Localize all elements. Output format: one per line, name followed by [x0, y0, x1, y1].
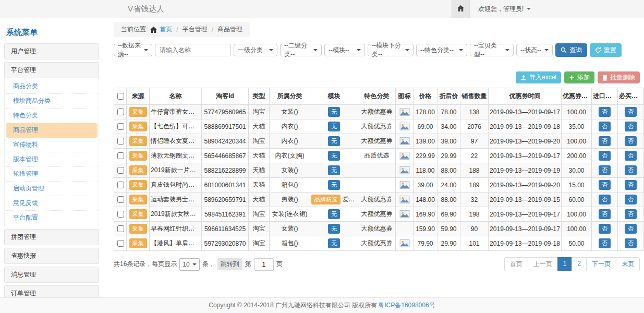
page-button[interactable]: 首页: [504, 257, 528, 271]
row-checkbox[interactable]: [117, 152, 124, 159]
page-button[interactable]: 下一页: [586, 257, 616, 271]
sidebar-group-heading[interactable]: 拼团管理: [4, 229, 99, 245]
home-button[interactable]: [452, 0, 470, 18]
trash-icon: [602, 75, 607, 81]
filter-data-source[interactable]: --数据来源--: [114, 44, 152, 56]
add-button[interactable]: 添加: [564, 71, 594, 83]
row-checkbox[interactable]: [117, 196, 124, 203]
must-buy-toggle[interactable]: 否: [625, 195, 637, 204]
row-checkbox[interactable]: [117, 182, 124, 188]
icon-cell: [396, 105, 414, 119]
sidebar-group-heading[interactable]: 省惠快报: [4, 248, 99, 264]
import-excel-button[interactable]: 导入excel: [516, 71, 561, 83]
coupon-time: 2019-09-13—2019-09-17: [489, 149, 562, 163]
row-checkbox[interactable]: [117, 211, 124, 218]
sidebar-subitem[interactable]: 平台配置: [6, 211, 98, 225]
imported-toggle[interactable]: 否: [599, 136, 611, 146]
select-value: --宝贝类型--: [474, 41, 503, 59]
sidebar-subitem[interactable]: 版本管理: [6, 152, 98, 167]
breadcrumb-home-link[interactable]: 首页: [160, 25, 172, 34]
discount-price: 88.00: [438, 192, 460, 207]
image-icon: [399, 196, 410, 203]
product-name[interactable]: 牛仔背带裤女秋装减龄...: [150, 105, 202, 119]
jump-button[interactable]: 跳转到: [217, 258, 242, 270]
product-name[interactable]: 早春网红针织外套女春...: [150, 222, 202, 236]
must-buy-toggle[interactable]: 否: [625, 136, 637, 146]
product-name[interactable]: 真皮钱包时尚优雅女士...: [150, 178, 202, 192]
sidebar-subitem[interactable]: 轮播管理: [6, 167, 98, 182]
imported-toggle[interactable]: 否: [599, 107, 611, 117]
reset-button[interactable]: 重置: [590, 43, 622, 57]
page-button[interactable]: 上一页: [528, 257, 558, 271]
filter-module-sub-category[interactable]: --模块下分类--: [368, 44, 414, 56]
product-name[interactable]: 【港风】单肩斜跨链条...: [150, 236, 202, 251]
per-page-select[interactable]: 10: [179, 258, 199, 271]
filter-module[interactable]: --模块--: [324, 44, 365, 56]
coupon-amount: 35.00: [562, 119, 592, 134]
sidebar-group-heading[interactable]: 平台管理: [4, 62, 99, 78]
row-checkbox[interactable]: [117, 167, 124, 174]
sidebar-group: 消息管理: [4, 267, 99, 283]
must-buy-toggle[interactable]: 否: [625, 151, 637, 161]
select-all-checkbox[interactable]: [117, 93, 124, 100]
row-checkbox[interactable]: [117, 109, 124, 115]
filter-name-input[interactable]: [155, 44, 231, 56]
row-checkbox[interactable]: [117, 240, 124, 247]
must-buy-toggle[interactable]: 否: [625, 224, 637, 234]
sidebar-subitem[interactable]: 意见反馈: [6, 196, 98, 211]
page-button[interactable]: 1: [557, 257, 573, 271]
product-name[interactable]: 2019新款女秋薄款...: [150, 207, 202, 222]
row-checkbox[interactable]: [117, 138, 124, 145]
sidebar-subitem[interactable]: 商品分类: [6, 79, 98, 94]
must-buy-toggle[interactable]: 否: [625, 122, 637, 131]
product-name[interactable]: 【七色纺】可爱纯棉家...: [150, 119, 202, 134]
must-buy-toggle[interactable]: 否: [625, 209, 637, 219]
column-header: 必买清单: [618, 88, 644, 105]
page-button[interactable]: 末页: [616, 257, 640, 271]
source-badge: 采集: [129, 180, 147, 190]
row-checkbox[interactable]: [117, 225, 124, 232]
price: 118.00: [414, 163, 438, 178]
sidebar-subitem[interactable]: 启动页管理: [6, 182, 98, 196]
column-header: 图标: [396, 88, 414, 105]
must-buy-toggle[interactable]: 否: [625, 107, 637, 117]
product-name[interactable]: 运动套装男士卫衣初秋...: [150, 192, 202, 207]
must-buy-toggle[interactable]: 否: [625, 180, 637, 190]
imported-toggle[interactable]: 否: [599, 224, 611, 234]
source-cell: 采集: [127, 119, 150, 134]
filter-level2-category[interactable]: --二级分类--: [280, 44, 322, 56]
jump-page-input[interactable]: [254, 258, 274, 271]
imported-toggle[interactable]: 否: [599, 195, 611, 204]
page-button[interactable]: 2: [572, 257, 587, 271]
product-name[interactable]: 2019新款一片式系...: [150, 163, 202, 178]
must-buy-cell: 否: [618, 192, 644, 207]
filter-feature-category[interactable]: --特色分类--: [416, 44, 467, 56]
must-buy-toggle[interactable]: 否: [625, 238, 637, 248]
query-button[interactable]: 查询: [555, 43, 587, 57]
sidebar-group-heading[interactable]: 用户管理: [4, 43, 99, 59]
sidebar-group-heading[interactable]: 消息管理: [4, 267, 99, 283]
sidebar-group: 拼团管理: [4, 229, 99, 245]
row-checkbox[interactable]: [117, 123, 124, 130]
icp-link[interactable]: 粤ICP备16098006号: [378, 301, 435, 310]
imported-toggle[interactable]: 否: [599, 122, 611, 131]
filter-item-type[interactable]: --宝贝类型--: [470, 44, 514, 56]
batch-delete-button[interactable]: 批量删除: [598, 71, 640, 83]
price: 139.00: [414, 134, 438, 149]
imported-toggle[interactable]: 否: [599, 180, 611, 190]
user-menu[interactable]: 欢迎您，管理员!: [470, 0, 539, 18]
sidebar-subitem[interactable]: 商品管理: [6, 123, 98, 138]
imported-toggle[interactable]: 否: [599, 238, 611, 248]
product-name[interactable]: 薄款无钢圈文胸聚拢性...: [150, 149, 202, 163]
sidebar-subitem[interactable]: 特色分类: [6, 109, 98, 123]
sidebar-subitem[interactable]: 宣传物料: [6, 138, 98, 152]
icon-cell: [396, 178, 414, 192]
product-name[interactable]: 情侣睡衣女夏丝绸男士...: [150, 134, 202, 149]
sidebar-subitem[interactable]: 模块商品分类: [6, 94, 98, 109]
imported-toggle[interactable]: 否: [599, 165, 611, 175]
imported-toggle[interactable]: 否: [599, 209, 611, 219]
must-buy-toggle[interactable]: 否: [625, 165, 637, 175]
imported-toggle[interactable]: 否: [599, 151, 611, 161]
filter-status[interactable]: --状态--: [516, 44, 553, 56]
filter-level1-category[interactable]: 一级分类: [234, 44, 277, 56]
